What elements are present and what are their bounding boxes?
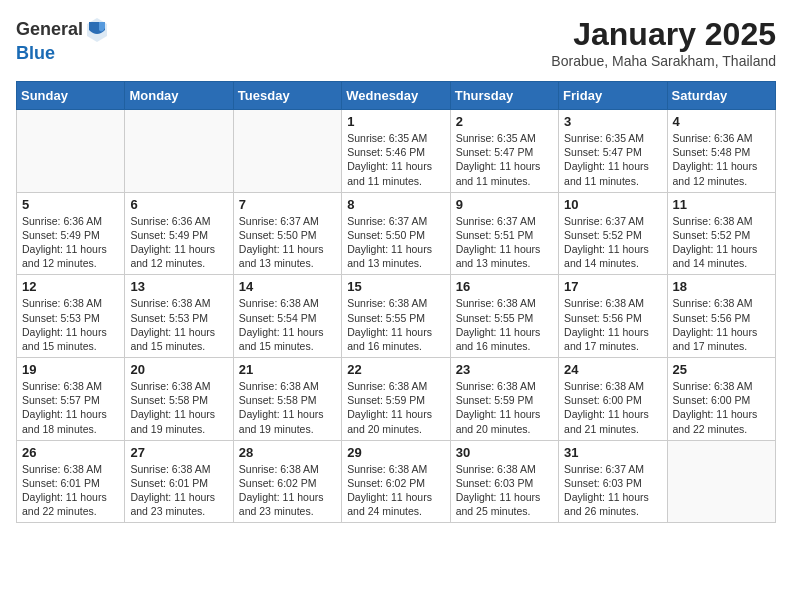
logo: General Blue [16,16,113,64]
day-info: Sunrise: 6:38 AM Sunset: 6:00 PM Dayligh… [673,379,770,436]
table-row: 13Sunrise: 6:38 AM Sunset: 5:53 PM Dayli… [125,275,233,358]
day-number: 15 [347,279,444,294]
day-number: 26 [22,445,119,460]
table-row: 9Sunrise: 6:37 AM Sunset: 5:51 PM Daylig… [450,192,558,275]
table-row: 8Sunrise: 6:37 AM Sunset: 5:50 PM Daylig… [342,192,450,275]
header-sunday: Sunday [17,82,125,110]
day-info: Sunrise: 6:35 AM Sunset: 5:46 PM Dayligh… [347,131,444,188]
table-row: 5Sunrise: 6:36 AM Sunset: 5:49 PM Daylig… [17,192,125,275]
header-wednesday: Wednesday [342,82,450,110]
day-info: Sunrise: 6:38 AM Sunset: 5:57 PM Dayligh… [22,379,119,436]
day-number: 9 [456,197,553,212]
table-row [667,440,775,523]
month-title: January 2025 [551,16,776,53]
logo-icon [85,16,109,44]
day-info: Sunrise: 6:35 AM Sunset: 5:47 PM Dayligh… [564,131,661,188]
day-info: Sunrise: 6:38 AM Sunset: 5:59 PM Dayligh… [456,379,553,436]
day-number: 18 [673,279,770,294]
table-row: 15Sunrise: 6:38 AM Sunset: 5:55 PM Dayli… [342,275,450,358]
table-row: 11Sunrise: 6:38 AM Sunset: 5:52 PM Dayli… [667,192,775,275]
day-number: 1 [347,114,444,129]
table-row: 16Sunrise: 6:38 AM Sunset: 5:55 PM Dayli… [450,275,558,358]
calendar-week-row: 1Sunrise: 6:35 AM Sunset: 5:46 PM Daylig… [17,110,776,193]
table-row: 29Sunrise: 6:38 AM Sunset: 6:02 PM Dayli… [342,440,450,523]
day-number: 11 [673,197,770,212]
calendar-week-row: 12Sunrise: 6:38 AM Sunset: 5:53 PM Dayli… [17,275,776,358]
header-saturday: Saturday [667,82,775,110]
day-info: Sunrise: 6:36 AM Sunset: 5:48 PM Dayligh… [673,131,770,188]
table-row: 4Sunrise: 6:36 AM Sunset: 5:48 PM Daylig… [667,110,775,193]
day-number: 21 [239,362,336,377]
day-info: Sunrise: 6:38 AM Sunset: 5:54 PM Dayligh… [239,296,336,353]
day-info: Sunrise: 6:36 AM Sunset: 5:49 PM Dayligh… [130,214,227,271]
day-info: Sunrise: 6:38 AM Sunset: 6:02 PM Dayligh… [239,462,336,519]
day-number: 5 [22,197,119,212]
calendar-week-row: 5Sunrise: 6:36 AM Sunset: 5:49 PM Daylig… [17,192,776,275]
table-row: 20Sunrise: 6:38 AM Sunset: 5:58 PM Dayli… [125,358,233,441]
table-row: 3Sunrise: 6:35 AM Sunset: 5:47 PM Daylig… [559,110,667,193]
day-number: 22 [347,362,444,377]
day-info: Sunrise: 6:38 AM Sunset: 5:53 PM Dayligh… [22,296,119,353]
table-row: 25Sunrise: 6:38 AM Sunset: 6:00 PM Dayli… [667,358,775,441]
day-info: Sunrise: 6:38 AM Sunset: 5:56 PM Dayligh… [673,296,770,353]
day-info: Sunrise: 6:38 AM Sunset: 6:03 PM Dayligh… [456,462,553,519]
day-info: Sunrise: 6:38 AM Sunset: 5:58 PM Dayligh… [130,379,227,436]
day-number: 19 [22,362,119,377]
table-row: 18Sunrise: 6:38 AM Sunset: 5:56 PM Dayli… [667,275,775,358]
day-number: 12 [22,279,119,294]
day-info: Sunrise: 6:38 AM Sunset: 6:00 PM Dayligh… [564,379,661,436]
calendar-header-row: Sunday Monday Tuesday Wednesday Thursday… [17,82,776,110]
table-row: 31Sunrise: 6:37 AM Sunset: 6:03 PM Dayli… [559,440,667,523]
day-info: Sunrise: 6:37 AM Sunset: 5:50 PM Dayligh… [239,214,336,271]
table-row [233,110,341,193]
day-number: 2 [456,114,553,129]
header-friday: Friday [559,82,667,110]
day-info: Sunrise: 6:38 AM Sunset: 6:02 PM Dayligh… [347,462,444,519]
calendar-week-row: 26Sunrise: 6:38 AM Sunset: 6:01 PM Dayli… [17,440,776,523]
day-info: Sunrise: 6:36 AM Sunset: 5:49 PM Dayligh… [22,214,119,271]
day-number: 23 [456,362,553,377]
calendar-table: Sunday Monday Tuesday Wednesday Thursday… [16,81,776,523]
table-row: 21Sunrise: 6:38 AM Sunset: 5:58 PM Dayli… [233,358,341,441]
day-number: 25 [673,362,770,377]
logo-general: General [16,20,83,40]
calendar-week-row: 19Sunrise: 6:38 AM Sunset: 5:57 PM Dayli… [17,358,776,441]
table-row [17,110,125,193]
page-header: General Blue January 2025 Borabue, Maha … [16,16,776,69]
day-info: Sunrise: 6:38 AM Sunset: 6:01 PM Dayligh… [130,462,227,519]
day-number: 13 [130,279,227,294]
title-area: January 2025 Borabue, Maha Sarakham, Tha… [551,16,776,69]
day-number: 4 [673,114,770,129]
day-info: Sunrise: 6:38 AM Sunset: 5:58 PM Dayligh… [239,379,336,436]
table-row: 26Sunrise: 6:38 AM Sunset: 6:01 PM Dayli… [17,440,125,523]
day-number: 16 [456,279,553,294]
table-row: 19Sunrise: 6:38 AM Sunset: 5:57 PM Dayli… [17,358,125,441]
day-number: 10 [564,197,661,212]
table-row: 24Sunrise: 6:38 AM Sunset: 6:00 PM Dayli… [559,358,667,441]
day-number: 20 [130,362,227,377]
day-info: Sunrise: 6:38 AM Sunset: 5:55 PM Dayligh… [456,296,553,353]
day-info: Sunrise: 6:38 AM Sunset: 5:55 PM Dayligh… [347,296,444,353]
day-number: 31 [564,445,661,460]
day-number: 24 [564,362,661,377]
day-info: Sunrise: 6:37 AM Sunset: 5:51 PM Dayligh… [456,214,553,271]
table-row: 7Sunrise: 6:37 AM Sunset: 5:50 PM Daylig… [233,192,341,275]
table-row [125,110,233,193]
day-info: Sunrise: 6:38 AM Sunset: 5:59 PM Dayligh… [347,379,444,436]
day-number: 3 [564,114,661,129]
day-number: 30 [456,445,553,460]
table-row: 2Sunrise: 6:35 AM Sunset: 5:47 PM Daylig… [450,110,558,193]
day-info: Sunrise: 6:38 AM Sunset: 5:56 PM Dayligh… [564,296,661,353]
day-number: 27 [130,445,227,460]
day-number: 6 [130,197,227,212]
day-info: Sunrise: 6:35 AM Sunset: 5:47 PM Dayligh… [456,131,553,188]
day-info: Sunrise: 6:38 AM Sunset: 6:01 PM Dayligh… [22,462,119,519]
table-row: 17Sunrise: 6:38 AM Sunset: 5:56 PM Dayli… [559,275,667,358]
day-number: 28 [239,445,336,460]
table-row: 12Sunrise: 6:38 AM Sunset: 5:53 PM Dayli… [17,275,125,358]
table-row: 30Sunrise: 6:38 AM Sunset: 6:03 PM Dayli… [450,440,558,523]
day-number: 7 [239,197,336,212]
day-number: 29 [347,445,444,460]
table-row: 1Sunrise: 6:35 AM Sunset: 5:46 PM Daylig… [342,110,450,193]
day-info: Sunrise: 6:38 AM Sunset: 5:52 PM Dayligh… [673,214,770,271]
